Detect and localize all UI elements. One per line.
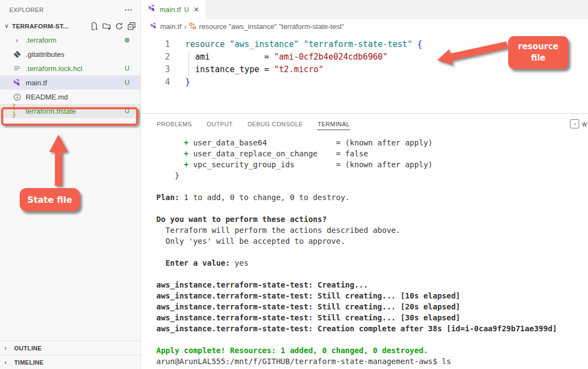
terminal-line: aws_instance.terraform-state-test: Still…: [156, 312, 588, 323]
launch-profile-icon[interactable]: ›: [570, 119, 579, 128]
terminal-line: }: [156, 170, 588, 181]
tab-label: main.tf: [160, 5, 181, 14]
terminal-line: [156, 247, 588, 257]
terminal-line: [156, 334, 588, 345]
sidebar-item-main-tf[interactable]: main.tf U: [0, 75, 140, 90]
symbol-structure-icon: [189, 22, 196, 32]
terraform-icon: [12, 78, 22, 87]
terminal-line: Plan: 1 to add, 0 to change, 0 to destro…: [156, 192, 588, 203]
new-folder-icon[interactable]: [102, 22, 111, 31]
tab-main-tf[interactable]: main.tf U ✕: [142, 0, 205, 19]
terminal-controls: › w: [570, 119, 587, 128]
terminal-output[interactable]: + user_data_base64 = (known after apply)…: [142, 134, 588, 369]
file-lines-icon: [12, 63, 22, 73]
terminal-line: Only 'yes' will be accepted to approve.: [156, 236, 588, 247]
terminal-line: Enter a value: yes: [156, 257, 588, 268]
terminal-line: + vpc_security_group_ids = (known after …: [156, 159, 588, 170]
tab-problems[interactable]: PROBLEMS: [156, 119, 192, 130]
git-status-badge: U: [125, 65, 130, 72]
terminal-line: Terraform will perform the actions descr…: [156, 225, 588, 236]
chevron-right-icon: ›: [12, 35, 22, 45]
breadcrumb-separator: ›: [184, 22, 186, 31]
terminal-line: arun@ArunLAL555:/mnt/f/GITHUB/terraform-…: [156, 356, 588, 367]
resource-file-callout: resource file: [508, 36, 568, 69]
terminal-profile-label: w: [582, 120, 587, 128]
sidebar-item-terraform-tfstate[interactable]: { } terraform.tfstate U: [0, 104, 140, 118]
chevron-right-icon: ›: [4, 344, 11, 352]
code-line-4: 4 }: [142, 76, 588, 89]
tab-debug-console[interactable]: DEBUG CONSOLE: [247, 119, 303, 130]
breadcrumb[interactable]: main.tf › resource "aws_instance" "terra…: [142, 19, 588, 34]
terminal-line: [156, 181, 588, 192]
sidebar-item-terraform-lock-hcl[interactable]: .terraform.lock.hcl U: [0, 61, 140, 75]
explorer-title: EXPLORER: [9, 7, 44, 13]
terminal-line: + user_data_replace_on_change = false: [156, 148, 588, 159]
project-root-row[interactable]: ∨ TERRAFORM-ST...: [0, 19, 140, 33]
timeline-section[interactable]: › TIMELINE: [0, 355, 140, 369]
close-icon[interactable]: ✕: [193, 5, 199, 14]
outline-section[interactable]: › OUTLINE: [0, 341, 140, 355]
breadcrumb-symbol[interactable]: resource "aws_instance" "terraform-state…: [199, 22, 344, 31]
indent-guide: [189, 51, 189, 76]
terminal-line: aws_instance.terraform-state-test: Creat…: [156, 279, 588, 290]
more-actions-icon[interactable]: ⋯: [124, 7, 133, 13]
terminal-line: [156, 203, 588, 214]
terminal-line: + user_data_base64 = (known after apply): [156, 137, 588, 148]
project-name: TERRAFORM-ST...: [12, 23, 68, 30]
terraform-icon: [148, 4, 156, 15]
tab-bar: main.tf U ✕: [142, 0, 588, 19]
sidebar-item-terraform-folder[interactable]: › .terraform: [0, 33, 140, 47]
git-status-badge: U: [125, 107, 130, 115]
chevron-right-icon: ›: [4, 359, 11, 366]
sidebar-item-readme[interactable]: README.md: [0, 90, 140, 104]
terminal-line: [156, 268, 588, 279]
bottom-panel: PROBLEMS OUTPUT DEBUG CONSOLE TERMINAL ›…: [142, 113, 588, 369]
tab-git-badge: U: [184, 6, 189, 14]
git-icon: [12, 49, 22, 59]
info-icon: [12, 92, 22, 102]
modified-dot-badge: [125, 38, 130, 43]
tab-output[interactable]: OUTPUT: [206, 119, 233, 130]
sidebar-item-gitattributes[interactable]: .gitattributes: [0, 47, 140, 61]
terminal-line: aws_instance.terraform-state-test: Creat…: [156, 323, 588, 334]
collapse-all-icon[interactable]: [127, 22, 136, 31]
terminal-line: Do you want to perform these actions?: [156, 214, 588, 225]
state-file-callout: State file: [20, 188, 80, 211]
json-braces-icon: { }: [12, 106, 22, 116]
panel-tab-bar: PROBLEMS OUTPUT DEBUG CONSOLE TERMINAL: [142, 114, 588, 134]
explorer-sidebar: EXPLORER ⋯ ∨ TERRAFORM-ST... › .terrafor…: [0, 0, 141, 369]
git-status-badge: U: [125, 79, 130, 86]
terminal-line: Apply complete! Resources: 1 added, 0 ch…: [156, 345, 588, 356]
breadcrumb-file[interactable]: main.tf: [160, 22, 181, 31]
chevron-down-icon: ∨: [4, 22, 12, 30]
refresh-icon[interactable]: [115, 22, 124, 31]
terraform-icon: [150, 22, 157, 32]
explorer-header: EXPLORER ⋯: [0, 0, 140, 19]
tab-terminal[interactable]: TERMINAL: [317, 119, 350, 130]
terminal-line: aws_instance.terraform-state-test: Still…: [156, 301, 588, 312]
terminal-line: aws_instance.terraform-state-test: Still…: [156, 290, 588, 301]
new-file-icon[interactable]: [90, 22, 98, 31]
